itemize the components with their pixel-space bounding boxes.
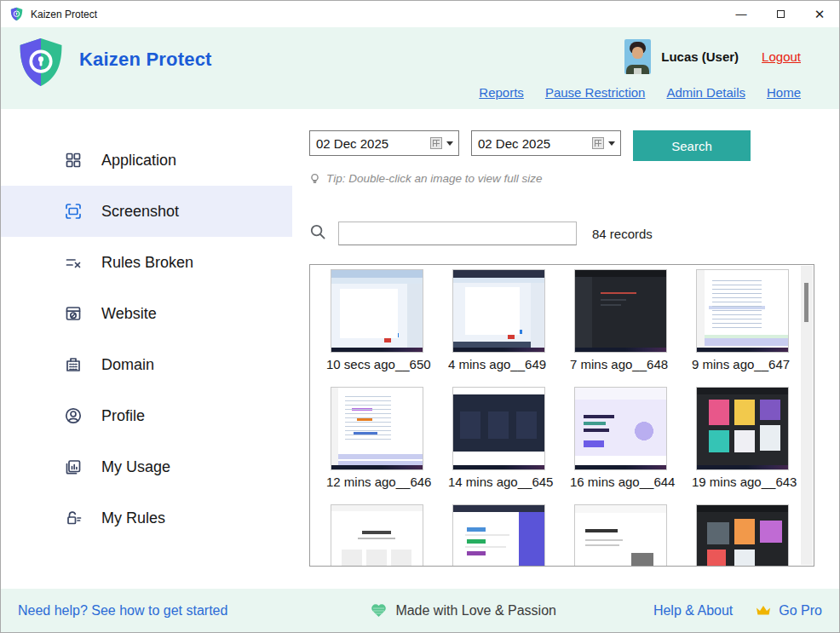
rules-broken-icon	[63, 253, 83, 273]
grid-scrollbar[interactable]	[801, 266, 813, 565]
sidebar-item-rules-broken[interactable]: Rules Broken	[1, 237, 292, 288]
sidebar-item-label: My Usage	[101, 458, 170, 476]
screenshot-caption: 19 mins ago__643	[692, 475, 788, 489]
date-to-value: 02 Dec 2025	[478, 136, 592, 151]
screenshot-item[interactable]	[453, 505, 544, 566]
screenshot-thumbnail[interactable]	[453, 388, 544, 469]
sidebar-item-label: My Rules	[101, 509, 165, 527]
screenshot-icon	[63, 202, 83, 222]
screenshot-thumbnail[interactable]	[575, 505, 666, 566]
made-with-love: Made with Love & Passion	[371, 603, 556, 619]
made-with-text: Made with Love & Passion	[395, 603, 556, 619]
screenshot-thumbnail[interactable]	[453, 505, 544, 566]
screenshot-thumbnail[interactable]	[575, 388, 666, 469]
sidebar-item-my-rules[interactable]: My Rules	[1, 492, 292, 544]
screenshot-item[interactable]: 19 mins ago__643	[697, 388, 788, 489]
brand-area: Kaizen Protect	[16, 36, 212, 89]
header-nav: Reports Pause Restriction Admin Details …	[479, 85, 801, 100]
screenshot-thumbnail[interactable]	[697, 270, 788, 352]
main-content: 02 Dec 2025 02 Dec 2025 Search Tip: Doub…	[292, 109, 839, 589]
app-shield-icon	[9, 7, 24, 21]
screenshot-caption: 4 mins ago__649	[448, 357, 544, 371]
app-window: Kaizen Protect — ✕ Kaizen Protect Luc	[0, 0, 840, 633]
screenshot-caption: 7 mins ago__648	[570, 357, 666, 371]
search-icon	[309, 223, 326, 244]
user-name: Lucas (User)	[661, 49, 739, 64]
app-header: Kaizen Protect Lucas (User) Logout Repor…	[1, 27, 839, 109]
screenshot-item[interactable]: 10 secs ago__650	[331, 270, 423, 371]
screenshot-item[interactable]: 14 mins ago__645	[453, 388, 544, 489]
screenshot-item[interactable]: 4 mins ago__649	[453, 270, 544, 371]
calendar-icon	[592, 137, 604, 149]
sidebar-item-application[interactable]: Application	[1, 135, 292, 186]
screenshot-caption: 16 mins ago__644	[570, 475, 666, 489]
screenshot-thumbnail[interactable]	[331, 388, 423, 469]
sidebar-item-label: Application	[101, 152, 176, 170]
grid-icon	[63, 151, 83, 170]
sidebar-item-label: Rules Broken	[101, 254, 193, 272]
window-title: Kaizen Protect	[31, 9, 97, 20]
screenshot-item[interactable]	[331, 505, 423, 566]
search-button[interactable]: Search	[633, 130, 751, 161]
nav-link-admin-details[interactable]: Admin Details	[666, 85, 745, 100]
screenshot-thumbnail[interactable]	[331, 270, 423, 352]
maximize-icon[interactable]	[761, 1, 800, 27]
need-help-link[interactable]: Need help? See how to get started	[18, 603, 227, 619]
sidebar-item-my-usage[interactable]: My Usage	[1, 441, 292, 492]
sidebar-item-website[interactable]: Website	[1, 288, 292, 339]
screenshot-thumbnail[interactable]	[575, 270, 666, 352]
sidebar-item-label: Website	[101, 305, 157, 323]
tip-row: Tip: Double-click an image to view full …	[309, 172, 839, 185]
sidebar-item-domain[interactable]: Domain	[1, 339, 292, 390]
help-about-link[interactable]: Help & About	[653, 603, 733, 619]
sidebar-item-label: Screenshot	[101, 203, 179, 221]
usage-icon	[63, 457, 83, 477]
screenshot-item[interactable]: 16 mins ago__644	[575, 388, 666, 489]
lightbulb-icon	[309, 173, 320, 185]
screenshot-item[interactable]: 12 mins ago__646	[331, 388, 423, 489]
screenshot-item[interactable]	[697, 505, 788, 566]
screenshot-thumbnail[interactable]	[331, 505, 423, 566]
rules-icon	[63, 509, 83, 528]
sidebar-item-screenshot[interactable]: Screenshot	[1, 186, 292, 237]
screenshot-item[interactable]: 9 mins ago__647	[697, 270, 788, 371]
grid-row	[331, 505, 801, 566]
screenshot-item[interactable]	[575, 505, 666, 566]
screenshot-caption: 12 mins ago__646	[326, 475, 423, 489]
screenshot-caption: 10 secs ago__650	[326, 357, 423, 371]
nav-link-pause-restriction[interactable]: Pause Restriction	[545, 85, 646, 100]
screenshot-thumbnail[interactable]	[697, 388, 788, 469]
calendar-icon	[430, 137, 442, 149]
date-to-picker[interactable]: 02 Dec 2025	[471, 130, 621, 156]
screenshot-grid: 10 secs ago__650 4 mins ago__649 7 mins …	[309, 264, 814, 567]
go-pro-link[interactable]: Go Pro	[755, 603, 822, 619]
minimize-icon[interactable]: —	[722, 1, 761, 27]
crown-icon	[755, 604, 772, 617]
screenshot-thumbnail[interactable]	[697, 505, 788, 566]
sidebar-item-label: Domain	[101, 356, 154, 374]
title-bar: Kaizen Protect — ✕	[1, 1, 839, 27]
sidebar-nav: Application Screenshot Rules Broken Webs…	[1, 109, 292, 589]
domain-icon	[63, 355, 83, 375]
screenshot-item[interactable]: 7 mins ago__648	[575, 270, 666, 371]
sidebar-item-label: Profile	[101, 407, 145, 425]
date-from-value: 02 Dec 2025	[316, 136, 430, 151]
records-count: 84 records	[592, 227, 653, 241]
nav-link-reports[interactable]: Reports	[479, 85, 524, 100]
close-icon[interactable]: ✕	[800, 1, 839, 27]
grid-scrollbar-thumb[interactable]	[804, 283, 808, 322]
user-avatar	[624, 39, 651, 74]
heart-icon	[371, 603, 387, 618]
logout-link[interactable]: Logout	[762, 49, 801, 64]
sidebar-item-profile[interactable]: Profile	[1, 390, 292, 441]
grid-row: 10 secs ago__650 4 mins ago__649 7 mins …	[331, 270, 801, 371]
tip-text: Tip: Double-click an image to view full …	[326, 172, 542, 185]
screenshot-thumbnail[interactable]	[453, 270, 544, 352]
chevron-down-icon	[608, 141, 615, 146]
filter-search-input[interactable]	[338, 222, 577, 245]
profile-icon	[63, 406, 83, 426]
brand-shield-logo	[16, 36, 66, 89]
nav-link-home[interactable]: Home	[767, 85, 801, 100]
date-from-picker[interactable]: 02 Dec 2025	[309, 130, 459, 156]
chevron-down-icon	[446, 141, 453, 146]
